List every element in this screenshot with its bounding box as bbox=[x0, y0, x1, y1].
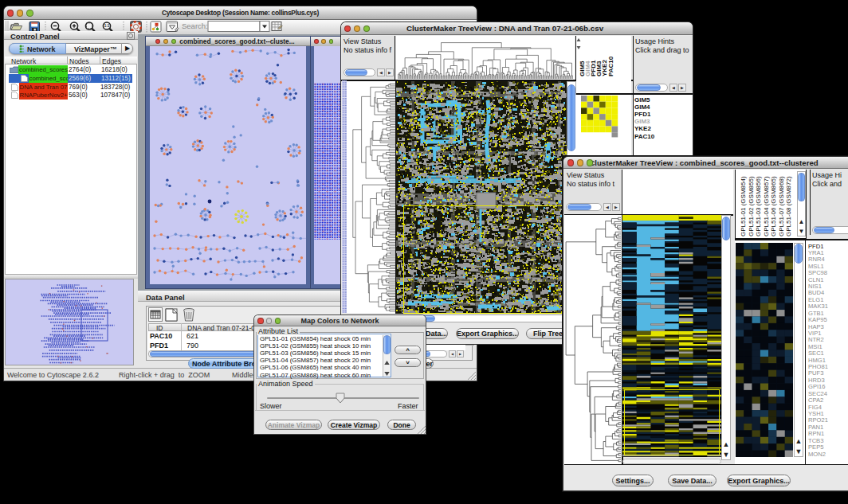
svg-text:1:1: 1:1 bbox=[104, 24, 110, 28]
svg-text:Search:: Search: bbox=[182, 21, 208, 30]
